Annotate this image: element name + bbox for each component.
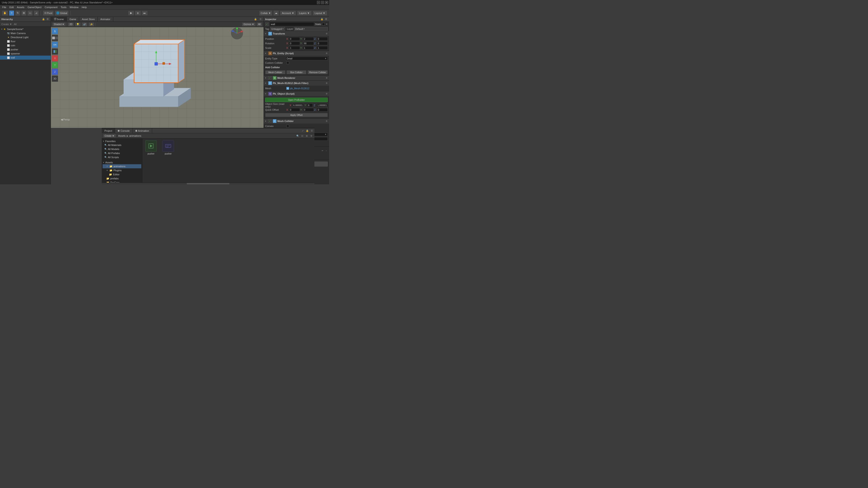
fx-toggle[interactable]: ✨ xyxy=(88,22,94,26)
menu-file[interactable]: File xyxy=(1,5,8,9)
mesh-renderer-header[interactable]: ✓ M Mesh Renderer ⚙ xyxy=(264,75,329,80)
menu-help[interactable]: Help xyxy=(80,5,88,9)
hierarchy-menu-icon[interactable]: ☰ xyxy=(46,18,49,21)
create-dropdown[interactable]: Create ▼ xyxy=(103,134,116,138)
grid-icon[interactable]: ⊞ xyxy=(305,134,309,138)
pause-button[interactable]: ⏸ xyxy=(135,11,141,15)
menu-gameobject[interactable]: GameObject xyxy=(26,5,43,9)
light-toggle[interactable]: 💡 xyxy=(75,22,81,26)
layer-value[interactable]: Default ▼ xyxy=(294,27,328,31)
hierarchy-wall[interactable]: ⬜ wall xyxy=(0,56,51,60)
static-dropdown[interactable]: ▼ xyxy=(326,23,328,25)
tab-scene[interactable]: 🎬 Scene xyxy=(51,17,67,22)
tab-animator[interactable]: Animator xyxy=(98,17,113,22)
pb-object-settings-icon[interactable]: ⚙ xyxy=(325,92,328,95)
material-goto-icon[interactable]: → xyxy=(324,149,328,152)
mesh-renderer-settings-icon[interactable]: ⚙ xyxy=(325,76,328,79)
pivot-button[interactable]: ⊙ Pivot xyxy=(43,10,54,16)
bottom-maximize-icon[interactable]: ⤢ xyxy=(301,129,305,133)
fav-all-materials[interactable]: 🔍 All Materials xyxy=(103,143,141,147)
tag-value[interactable]: Untagged ▼ xyxy=(270,27,285,31)
rot-x-value[interactable]: 0 xyxy=(289,41,300,45)
pb-entity-header[interactable]: S Pb_Entity (Script) ⚙ xyxy=(264,51,329,56)
close-button[interactable]: ✕ xyxy=(325,1,328,4)
transform-header[interactable]: T Transform ⚙ xyxy=(264,31,329,36)
2d-toggle[interactable]: 2D xyxy=(68,22,74,26)
mesh-filter-header[interactable]: F Pb_Mesh-912612 (Mesh Filter) ⚙ xyxy=(264,80,329,86)
search-icon[interactable]: 🔍 xyxy=(296,134,300,138)
favorites-header[interactable]: Favorites xyxy=(103,139,141,143)
hierarchy-main-camera[interactable]: 📷 Main Camera xyxy=(0,31,51,35)
box-collider-btn[interactable]: Box Collider xyxy=(286,70,307,74)
tab-asset-store[interactable]: Asset Store xyxy=(79,17,98,22)
mesh-ref-value[interactable]: pb_Mesh-912612 xyxy=(290,87,328,90)
rotate-tool[interactable]: ↻ xyxy=(15,10,20,16)
tab-console[interactable]: Console xyxy=(115,128,132,133)
scale-x-value[interactable]: 1 xyxy=(289,46,300,50)
inspector-lock-icon[interactable]: 🔒 xyxy=(320,18,324,21)
account-button[interactable]: Account ▼ xyxy=(280,11,296,15)
bottom-scroll[interactable] xyxy=(102,183,314,184)
rect-tool[interactable]: ▭ xyxy=(27,10,33,16)
menu-assets[interactable]: Assets xyxy=(16,5,26,9)
audio-toggle[interactable]: 🔊 xyxy=(82,22,88,26)
static-checkbox[interactable] xyxy=(322,23,325,26)
asset-pusher-clip[interactable]: pusher xyxy=(161,140,175,155)
convex-checkbox[interactable] xyxy=(286,125,289,127)
asset-pusher-controller[interactable]: pusher xyxy=(144,140,158,155)
hierarchy-lock-icon[interactable]: 🔒 xyxy=(41,18,45,21)
mesh-collider-header[interactable]: ✓ C Mesh Collider ⚙ xyxy=(264,119,329,124)
hierarchy-pusher[interactable]: ⬜ pusher xyxy=(0,47,51,52)
transform-tool[interactable]: ⊿ xyxy=(34,10,39,16)
folder-prefabs[interactable]: 📁 prefabs xyxy=(103,176,141,181)
create-dropdown[interactable]: Create ▼ xyxy=(1,23,12,26)
bottom-lock-icon[interactable]: 🔒 xyxy=(305,129,309,133)
filter-icon[interactable]: ⊟ xyxy=(301,134,304,138)
custom-collider-checkbox[interactable] xyxy=(286,61,289,64)
pb-entity-settings-icon[interactable]: ⚙ xyxy=(325,52,328,55)
step-button[interactable]: ⏭ xyxy=(142,11,148,15)
tab-game[interactable]: Game xyxy=(67,17,79,22)
offset-x-value[interactable]: 0 xyxy=(289,108,300,111)
apply-offset-btn[interactable]: Apply Offset xyxy=(265,113,328,117)
menu-tools[interactable]: Tools xyxy=(59,5,68,9)
minimize-button[interactable]: ─ xyxy=(317,1,320,4)
mesh-renderer-checkbox[interactable]: ✓ xyxy=(268,76,272,79)
folder-editor[interactable]: 📁 Editor xyxy=(103,172,141,176)
material-edit-icon[interactable]: ✏ xyxy=(321,149,324,152)
hierarchy-tab[interactable]: Hierarchy xyxy=(1,18,13,21)
global-button[interactable]: 🌐 Global xyxy=(55,10,69,16)
offset-y-value[interactable]: 0 xyxy=(303,108,314,111)
rot-y-value[interactable]: 90 xyxy=(303,41,314,45)
hand-tool[interactable]: ✋ xyxy=(2,10,8,16)
settings-icon[interactable]: ⚙ xyxy=(309,134,313,138)
cloud-button[interactable]: ☁ xyxy=(273,10,279,16)
object-active-checkbox[interactable]: ✓ xyxy=(265,22,269,26)
scene-menu-icon[interactable]: ☰ xyxy=(258,18,262,21)
tab-project[interactable]: Project xyxy=(102,128,115,133)
pb-object-header[interactable]: S Pb_Object (Script) ⚙ xyxy=(264,91,329,96)
scene-all-label[interactable]: All xyxy=(256,22,262,26)
hierarchy-floor[interactable]: ⬜ floor xyxy=(0,39,51,43)
maximize-button[interactable]: □ xyxy=(321,1,324,4)
entity-type-value[interactable]: Detail ▼ xyxy=(285,57,328,60)
remove-collider-btn[interactable]: Remove Collider xyxy=(307,70,328,74)
hierarchy-directional-light[interactable]: ☀ Directional Light xyxy=(0,35,51,39)
menu-component[interactable]: Component xyxy=(43,5,59,9)
assets-tree-header[interactable]: Assets xyxy=(103,161,141,164)
collab-button[interactable]: Collab ▼ xyxy=(259,10,272,16)
fav-all-prefabs[interactable]: 🔍 All Prefabs xyxy=(103,151,141,155)
mesh-collider-checkbox[interactable]: ✓ xyxy=(268,120,272,123)
mesh-collider-btn[interactable]: Mesh Collider xyxy=(265,70,285,74)
scale-y-value[interactable]: 1 xyxy=(303,46,314,50)
hierarchy-spawner[interactable]: ⬜ spawner xyxy=(0,52,51,56)
folder-procore[interactable]: 📁 ProCore xyxy=(103,181,141,183)
pos-z-value[interactable]: 0 xyxy=(317,37,328,41)
mesh-collider-settings-icon[interactable]: ⚙ xyxy=(325,120,328,123)
bottom-menu-icon[interactable]: ☰ xyxy=(310,129,313,133)
inspector-menu-icon[interactable]: ☰ xyxy=(324,18,328,21)
scale-z-value[interactable]: 1 xyxy=(317,46,328,50)
gizmos-button[interactable]: Gizmos ▼ xyxy=(242,22,256,26)
mesh-filter-settings-icon[interactable]: ⚙ xyxy=(325,82,328,85)
fav-all-models[interactable]: 🔍 All Models xyxy=(103,147,141,151)
